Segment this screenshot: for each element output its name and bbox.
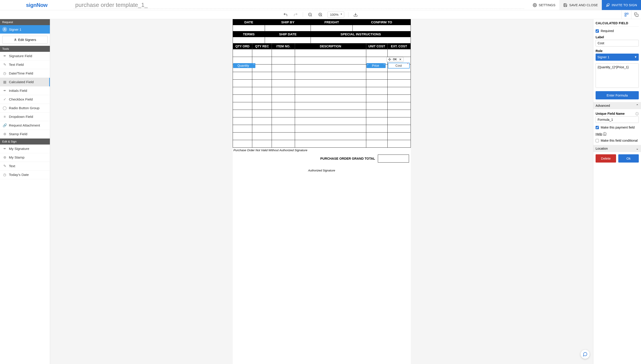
dropdown-icon: ≡ (3, 115, 7, 119)
delete-button[interactable]: Delete (596, 154, 616, 162)
person-icon (14, 38, 17, 41)
col-confirmto: CONFIRM TO (353, 19, 410, 25)
tools-section-header: Tools (0, 46, 50, 52)
role-select[interactable]: Signer 1 (596, 54, 639, 61)
chat-icon (583, 352, 588, 357)
zoom-select[interactable]: 100% (328, 12, 344, 18)
unique-field-input[interactable] (596, 116, 639, 123)
svg-rect-12 (627, 13, 628, 14)
tool-stamp-field[interactable]: ⊛Stamp Field (0, 130, 50, 138)
panel-title: CALCULATED FIELD (596, 21, 639, 26)
chevron-up-icon: ⌃ (636, 104, 639, 108)
enter-formula-button[interactable]: Enter Formula (596, 91, 639, 100)
conditional-label: Make this field conditional (601, 139, 638, 142)
tool-request-attachment[interactable]: 🔗Request Attachment (0, 121, 50, 130)
zoom-out-button[interactable] (307, 12, 313, 18)
zoom-out-icon (308, 12, 312, 17)
field-quantity[interactable]: Quantity (233, 63, 255, 68)
right-sidebar: CALCULATED FIELD Required Label Role Sig… (593, 19, 641, 364)
tool-initials-field[interactable]: ✒Initials Field (0, 86, 50, 95)
chevron-down-icon: ⌄ (636, 147, 639, 150)
save-icon (563, 3, 567, 7)
tool-my-stamp[interactable]: ⊛My Stamp (0, 153, 50, 162)
tool-radio-group[interactable]: ◯Radio Button Group (0, 104, 50, 112)
stamp-icon: ⊛ (3, 132, 7, 136)
tool-text-field[interactable]: ✎Text Field (0, 60, 50, 69)
payment-label: Make this payment field (601, 126, 634, 129)
document-canvas[interactable]: DATESHIP BYFREIGHTCONFIRM TO TERMSSHIP D… (50, 19, 593, 364)
field-price[interactable]: Price (366, 63, 386, 68)
undo-button[interactable] (282, 12, 289, 18)
close-icon[interactable] (399, 58, 402, 61)
label-label: Label (596, 35, 639, 39)
move-icon[interactable] (388, 58, 391, 61)
help-icon: ⓘ (603, 132, 606, 136)
grand-total-box (378, 154, 409, 162)
logo: signNow (0, 2, 74, 8)
copy-toggle-button[interactable] (631, 10, 641, 19)
chat-button[interactable] (581, 350, 590, 359)
zoom-in-button[interactable] (317, 12, 324, 18)
check-icon: ✓ (3, 98, 7, 102)
advanced-accordion[interactable]: Advanced ⌃ (593, 102, 641, 109)
col-qtyord: QTY ORD (233, 43, 252, 49)
authorized-signature-label: Authorized Signature (233, 169, 411, 172)
tool-my-signature[interactable]: ✒My Signature (0, 144, 50, 153)
svg-rect-11 (625, 13, 626, 14)
thumbnail-icon (624, 12, 629, 17)
save-and-close-button[interactable]: SAVE AND CLOSE (559, 0, 602, 10)
conditional-checkbox[interactable] (596, 139, 599, 142)
redo-button[interactable] (293, 12, 299, 18)
undo-icon (283, 12, 288, 17)
tool-signature-field[interactable]: ✒Signature Field (0, 52, 50, 60)
document-title-input[interactable]: purchase order template_1_ (74, 2, 524, 9)
app-header: signNow purchase order template_1_ SETTI… (0, 0, 641, 10)
initials-icon: ✒ (3, 89, 7, 93)
field-ok-button[interactable]: OK (393, 58, 397, 61)
signature-icon: ✒ (3, 147, 7, 151)
col-terms: TERMS (233, 31, 265, 37)
role-label: Role (596, 49, 639, 53)
tool-text[interactable]: ✎Text (0, 162, 50, 170)
tool-dropdown-field[interactable]: ≡Dropdown Field (0, 112, 50, 121)
edit-sign-section-header: Edit & Sign (0, 138, 50, 144)
help-icon[interactable]: ⓘ (635, 112, 639, 116)
location-accordion[interactable]: Location ⌄ (593, 145, 641, 152)
settings-button[interactable]: SETTINGS (529, 0, 559, 10)
tool-calculated-field[interactable]: ▦Calculated Field (0, 78, 50, 86)
download-button[interactable] (352, 12, 359, 18)
svg-line-7 (321, 15, 322, 16)
help-link[interactable]: Help ⓘ (596, 132, 606, 136)
edit-signers-button[interactable]: Edit Signers (2, 36, 48, 44)
clock-icon: ◷ (3, 173, 7, 177)
signer-row[interactable]: Signer 1 (0, 25, 50, 34)
tool-datetime-field[interactable]: ◷Date/Time Field (0, 69, 50, 78)
radio-icon: ◯ (3, 106, 7, 110)
field-cost[interactable]: Cost OK (388, 63, 410, 68)
attachment-icon: 🔗 (3, 124, 7, 128)
svg-point-16 (15, 39, 16, 40)
tool-todays-date[interactable]: ◷Today's Date (0, 170, 50, 179)
request-section-header: Request (0, 19, 50, 25)
formula-textarea[interactable] (596, 63, 639, 88)
thumbnail-toggle-button[interactable] (621, 10, 631, 19)
required-checkbox[interactable] (596, 29, 599, 33)
tool-checkbox-field[interactable]: ✓Checkbox Field (0, 95, 50, 104)
invite-to-sign-button[interactable]: INVITE TO SIGN (602, 0, 641, 10)
svg-point-0 (534, 4, 535, 6)
payment-checkbox[interactable] (596, 126, 599, 129)
signer-label: Signer 1 (9, 28, 21, 31)
clock-icon: ◷ (3, 72, 7, 76)
col-date: DATE (233, 19, 265, 25)
text-icon: ✎ (3, 63, 7, 67)
signature-icon: ✒ (3, 54, 7, 58)
col-unitcost: UNIT COST (366, 43, 387, 49)
person-icon (2, 27, 7, 32)
svg-line-4 (311, 15, 312, 16)
svg-point-15 (4, 28, 5, 29)
ok-button[interactable]: Ok (618, 154, 639, 162)
col-extcost: EXT. COST (387, 43, 410, 49)
redo-icon (293, 12, 298, 17)
required-label: Required (601, 29, 614, 33)
label-input[interactable] (596, 40, 639, 46)
